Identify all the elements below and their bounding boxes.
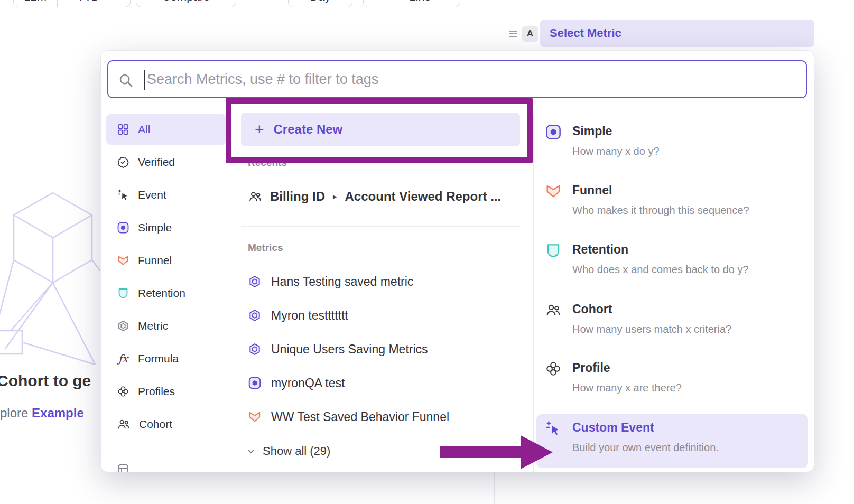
saved-metric-hexagon-icon xyxy=(248,275,262,288)
type-option-profile[interactable]: Profile How many x are there? xyxy=(537,359,808,412)
type-option-custom-event[interactable]: Custom Event Build your own event defini… xyxy=(537,419,808,472)
chevron-down-icon xyxy=(104,0,112,1)
recent-item[interactable]: Billing ID ▸ Account Viewed Report ... xyxy=(248,183,501,210)
metric-list-item[interactable]: Hans Testing saved metric xyxy=(248,269,413,294)
sidebar-item-retention[interactable]: Retention xyxy=(106,278,226,309)
show-all-label: Show all (29) xyxy=(263,444,330,458)
range-ytd-label: YTD xyxy=(77,0,100,4)
simple-icon xyxy=(117,221,129,234)
sidebar-item-event[interactable]: Event xyxy=(106,180,226,210)
metric-hexagon-icon xyxy=(117,320,129,332)
app-screen: Cohort to ge plore Example 12M YTD Compa… xyxy=(0,0,854,504)
sidebar-item-label: Formula xyxy=(138,352,179,365)
metric-name: Myron testtttttt xyxy=(271,309,348,323)
sidebar-item-label: Retention xyxy=(138,287,185,300)
drag-handle-icon[interactable] xyxy=(508,29,518,39)
create-new-label: Create New xyxy=(274,122,343,137)
type-option-simple[interactable]: Simple How many x do y? xyxy=(537,123,808,175)
metric-name: myronQA test xyxy=(271,376,345,390)
compare-label: Compare xyxy=(162,0,210,4)
sidebar-item-label: Event xyxy=(138,189,166,201)
sidebar-item-label: Simple xyxy=(138,221,172,234)
sidebar-item-simple[interactable]: Simple xyxy=(106,212,226,243)
retention-icon xyxy=(117,287,129,300)
cohort-people-icon xyxy=(545,302,562,319)
sidebar-item-cohort[interactable]: Cohort xyxy=(106,409,226,440)
sidebar-item-formula[interactable]: ƒx Formula xyxy=(106,343,226,374)
chart-type-line-button[interactable]: Line xyxy=(363,0,460,7)
sidebar-item-partial[interactable] xyxy=(117,463,129,472)
metric-name: WW Test Saved Behavior Funnel xyxy=(271,410,449,424)
cohort-people-icon xyxy=(248,189,263,204)
type-description: Who makes it through this sequence? xyxy=(572,204,749,217)
select-metric-field[interactable]: Select Metric xyxy=(540,20,814,47)
background-heading-fragment: Cohort to ge xyxy=(0,372,91,390)
profiles-flower-icon xyxy=(117,385,129,398)
columns-divider-vertical xyxy=(533,114,534,472)
create-new-button[interactable]: + Create New xyxy=(241,113,520,146)
sidebar-item-label: Profiles xyxy=(138,385,175,398)
select-metric-label: Select Metric xyxy=(550,26,621,40)
sidebar-item-verified[interactable]: Verified xyxy=(106,147,226,178)
metric-list-item[interactable]: Myron testtttttt xyxy=(248,303,348,328)
sidebar-item-label: Verified xyxy=(138,156,175,169)
date-range-segmented-control: 12M YTD xyxy=(13,0,131,7)
sidebar-item-metric[interactable]: Metric xyxy=(106,311,226,341)
simple-icon xyxy=(545,124,562,141)
saved-metric-hexagon-icon xyxy=(248,309,262,322)
type-option-funnel[interactable]: Funnel Who makes it through this sequenc… xyxy=(537,182,808,235)
list-divider xyxy=(241,226,520,227)
sidebar-item-label: Funnel xyxy=(138,254,172,267)
funnel-icon xyxy=(117,254,129,267)
search-input[interactable] xyxy=(108,61,806,97)
type-description: How many x do y? xyxy=(572,145,660,157)
recents-header: Recents xyxy=(248,157,287,169)
line-label: Line xyxy=(409,0,431,4)
sidebar-item-profiles[interactable]: Profiles xyxy=(106,376,226,407)
type-option-cohort[interactable]: Cohort How many users match x criteria? xyxy=(537,301,808,353)
recent-item-secondary: Account Viewed Report ... xyxy=(345,189,502,204)
grid-icon xyxy=(117,123,129,136)
type-title: Simple xyxy=(572,124,612,138)
type-description: Build your own event definition. xyxy=(572,442,719,454)
line-chart-icon xyxy=(392,0,404,3)
formula-icon: ƒx xyxy=(117,352,129,365)
range-12m-label: 12M xyxy=(24,0,47,4)
sidebar-item-label: Cohort xyxy=(139,418,172,431)
type-description: How many x are there? xyxy=(572,382,682,394)
metric-list-item[interactable]: Unique Users Saving Metrics xyxy=(248,337,428,362)
example-link[interactable]: Example xyxy=(32,406,84,420)
type-description: Who does x and comes back to do y? xyxy=(572,264,749,276)
plus-icon: + xyxy=(255,122,264,137)
range-ytd-button[interactable]: YTD xyxy=(57,0,131,4)
background-explore-line: plore Example xyxy=(0,406,84,421)
profiles-flower-icon xyxy=(545,360,562,377)
granularity-day-button[interactable]: Day xyxy=(288,0,352,7)
board-icon xyxy=(117,463,129,472)
show-all-button[interactable]: Show all (29) xyxy=(246,442,330,461)
compare-button[interactable]: Compare xyxy=(136,0,236,7)
type-option-retention[interactable]: Retention Who does x and comes back to d… xyxy=(537,241,808,294)
saved-metric-hexagon-icon xyxy=(248,342,262,356)
metric-picker-panel: All Verified Event Simple Funnel Retenti… xyxy=(100,50,814,472)
metric-list-item[interactable]: WW Test Saved Behavior Funnel xyxy=(248,404,449,430)
verified-badge-icon xyxy=(117,156,129,169)
sidebar-item-label: Metric xyxy=(138,320,168,332)
funnel-icon xyxy=(545,183,562,200)
metric-list-item[interactable]: myronQA test xyxy=(248,370,345,396)
sidebar-item-all[interactable]: All xyxy=(106,114,226,145)
sidebar-section-divider xyxy=(114,454,219,454)
retention-icon xyxy=(545,242,562,259)
chevron-down-icon xyxy=(246,446,256,456)
day-label: Day xyxy=(310,0,330,4)
series-a-label: A xyxy=(527,29,533,39)
type-title: Cohort xyxy=(572,302,612,316)
series-a-badge: A xyxy=(522,26,538,42)
type-description: How many users match x criteria? xyxy=(572,323,731,335)
sidebar-item-funnel[interactable]: Funnel xyxy=(106,245,226,276)
sidebar-item-label: All xyxy=(138,123,150,136)
type-title: Retention xyxy=(572,242,628,257)
metric-name: Unique Users Saving Metrics xyxy=(271,342,428,357)
range-12m-button[interactable]: 12M xyxy=(14,0,57,4)
metrics-header: Metrics xyxy=(248,242,283,254)
